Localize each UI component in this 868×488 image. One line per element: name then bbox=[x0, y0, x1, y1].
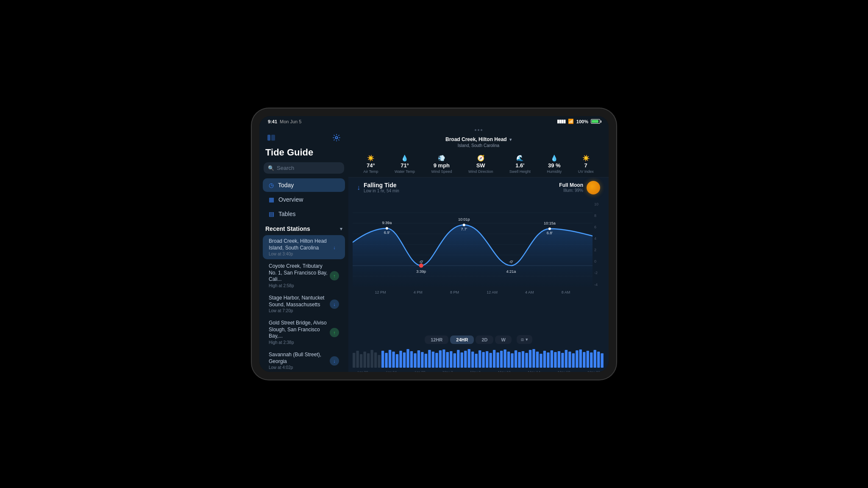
svg-rect-27 bbox=[363, 352, 366, 368]
station-info: Gold Street Bridge, Alviso Slough, San F… bbox=[269, 320, 330, 345]
station-info: Coyote Creek, Tributary No. 1, San Franc… bbox=[269, 263, 330, 288]
svg-rect-57 bbox=[471, 352, 474, 368]
date-label: May 14 bbox=[528, 370, 541, 372]
svg-rect-29 bbox=[370, 350, 373, 368]
moon-icon bbox=[587, 181, 600, 194]
svg-rect-72 bbox=[525, 353, 528, 368]
svg-rect-71 bbox=[522, 351, 524, 368]
tide-direction-arrow: ↓ bbox=[357, 184, 360, 191]
sidebar-header bbox=[259, 130, 348, 147]
station-info: Savannah (Bull Street), Georgia Low at 4… bbox=[269, 352, 330, 370]
recent-stations-label: Recent Stations bbox=[265, 225, 310, 232]
x-axis: 12 PM 4 PM 8 PM 12 AM 4 AM 8 AM bbox=[353, 289, 593, 295]
svg-rect-32 bbox=[381, 351, 384, 368]
svg-rect-37 bbox=[399, 351, 402, 368]
moon-illumination: Illum: 99% bbox=[559, 188, 583, 193]
station-item[interactable]: Savannah (Bull Street), Georgia Low at 4… bbox=[263, 349, 345, 372]
station-item[interactable]: Coyote Creek, Tributary No. 1, San Franc… bbox=[263, 260, 345, 291]
svg-rect-48 bbox=[439, 350, 442, 368]
sidebar: Tide Guide 🔍 Search ◷ Today ▦ Overview ▤… bbox=[259, 126, 348, 372]
x-label: 4 AM bbox=[525, 290, 534, 294]
svg-rect-43 bbox=[421, 352, 423, 368]
svg-rect-0 bbox=[267, 135, 270, 141]
svg-rect-49 bbox=[442, 349, 445, 368]
svg-rect-52 bbox=[453, 353, 456, 368]
tide-info-bar: ↓ Falling Tide Low in 1 hr, 54 min Full … bbox=[348, 177, 609, 198]
station-badge: ↓ bbox=[330, 356, 339, 366]
y-axis: 10 8 6 4 2 0 -2 -4 bbox=[593, 202, 604, 287]
svg-rect-33 bbox=[385, 353, 387, 368]
chart-options-button[interactable]: ⧈ ▾ bbox=[517, 335, 532, 344]
time-24hr-button[interactable]: 24HR bbox=[450, 336, 474, 344]
humidity-icon: 💧 bbox=[551, 155, 558, 161]
station-name: Broad Creek, Hilton Head Island, South C… bbox=[269, 238, 330, 251]
svg-rect-51 bbox=[450, 351, 452, 368]
svg-point-10 bbox=[419, 263, 423, 268]
svg-rect-61 bbox=[486, 351, 488, 368]
battery-percent: 100% bbox=[576, 119, 588, 124]
sidebar-toggle-button[interactable] bbox=[265, 132, 277, 144]
weather-wind-speed: 💨 9 mph Wind Speed bbox=[431, 155, 452, 174]
svg-text:10:15a: 10:15a bbox=[544, 221, 556, 225]
svg-rect-59 bbox=[479, 350, 481, 368]
svg-rect-46 bbox=[432, 352, 434, 368]
time-week-button[interactable]: W bbox=[495, 336, 511, 344]
ellipsis-menu[interactable] bbox=[475, 129, 482, 131]
svg-rect-26 bbox=[360, 354, 362, 368]
svg-rect-60 bbox=[482, 352, 484, 368]
svg-rect-30 bbox=[374, 352, 377, 368]
svg-rect-53 bbox=[457, 350, 459, 368]
nav-item-tables[interactable]: ▤ Tables bbox=[263, 207, 345, 221]
svg-text:10:01p: 10:01p bbox=[458, 217, 470, 222]
svg-rect-39 bbox=[406, 349, 409, 368]
y-label: 2 bbox=[594, 248, 603, 252]
x-label: 12 AM bbox=[487, 290, 498, 294]
svg-rect-89 bbox=[587, 351, 589, 368]
settings-button[interactable] bbox=[331, 132, 342, 144]
y-label: 6 bbox=[594, 225, 603, 229]
svg-rect-31 bbox=[378, 355, 380, 368]
station-item[interactable]: Stage Harbor, Nantucket Sound, Massachus… bbox=[263, 292, 345, 316]
tide-chart-svg: 9:39a 6.9' 3:39p -0' 10:01p 7.7' bbox=[353, 202, 593, 287]
device-frame: 9:41 Mon Jun 5 ▮▮▮▮ 📶 100% bbox=[252, 108, 616, 380]
station-name: Gold Street Bridge, Alviso Slough, San F… bbox=[269, 320, 330, 340]
svg-point-11 bbox=[386, 227, 388, 230]
date-label: May 22 bbox=[587, 370, 600, 372]
y-label: 4 bbox=[594, 236, 603, 241]
y-label: 8 bbox=[594, 214, 603, 218]
nav-item-overview[interactable]: ▦ Overview bbox=[263, 193, 345, 206]
weather-uv: ☀️ 7 UV Index bbox=[578, 155, 594, 174]
search-bar[interactable]: 🔍 Search bbox=[264, 162, 344, 174]
date-label: May 6 bbox=[470, 370, 481, 372]
weather-wind-dir: 🧭 SW Wind Direction bbox=[468, 155, 493, 174]
station-name: Coyote Creek, Tributary No. 1, San Franc… bbox=[269, 263, 330, 283]
station-item[interactable]: Broad Creek, Hilton Head Island, South C… bbox=[263, 235, 345, 259]
status-bar: 9:41 Mon Jun 5 ▮▮▮▮ 📶 100% bbox=[259, 116, 609, 126]
options-chevron-icon: ▾ bbox=[526, 337, 528, 342]
location-display: Broad Creek, Hilton Head ▾ Island, South… bbox=[445, 135, 512, 148]
station-badge: ↑ bbox=[330, 328, 339, 337]
time-12hr-button[interactable]: 12HR bbox=[425, 336, 448, 344]
overview-icon: ▦ bbox=[269, 196, 274, 203]
moon-text-block: Full Moon Illum: 99% bbox=[559, 182, 583, 193]
nav-overview-label: Overview bbox=[278, 196, 303, 203]
location-chevron-icon[interactable]: ▾ bbox=[509, 137, 512, 142]
location-name: Broad Creek, Hilton Head bbox=[445, 136, 507, 142]
chart-controls: 12HR 24HR 2D W ⧈ ▾ bbox=[348, 333, 609, 347]
sun-icon: ☀️ bbox=[367, 155, 374, 161]
date-label: Apr 28 bbox=[414, 370, 426, 372]
svg-rect-93 bbox=[601, 353, 604, 368]
station-item[interactable]: Gold Street Bridge, Alviso Slough, San F… bbox=[263, 317, 345, 348]
time-2d-button[interactable]: 2D bbox=[476, 336, 493, 344]
svg-rect-50 bbox=[446, 352, 449, 368]
search-icon: 🔍 bbox=[268, 165, 274, 171]
moon-info: Full Moon Illum: 99% bbox=[559, 181, 600, 194]
svg-rect-90 bbox=[590, 352, 593, 368]
app-title: Tide Guide bbox=[259, 147, 348, 162]
weather-water-temp: 💧 71° Water Temp bbox=[395, 155, 415, 174]
nav-item-today[interactable]: ◷ Today bbox=[263, 178, 345, 192]
svg-point-2 bbox=[335, 136, 337, 139]
svg-rect-55 bbox=[464, 351, 467, 368]
tables-icon: ▤ bbox=[269, 211, 274, 217]
recent-stations-header[interactable]: Recent Stations ▾ bbox=[259, 221, 348, 235]
